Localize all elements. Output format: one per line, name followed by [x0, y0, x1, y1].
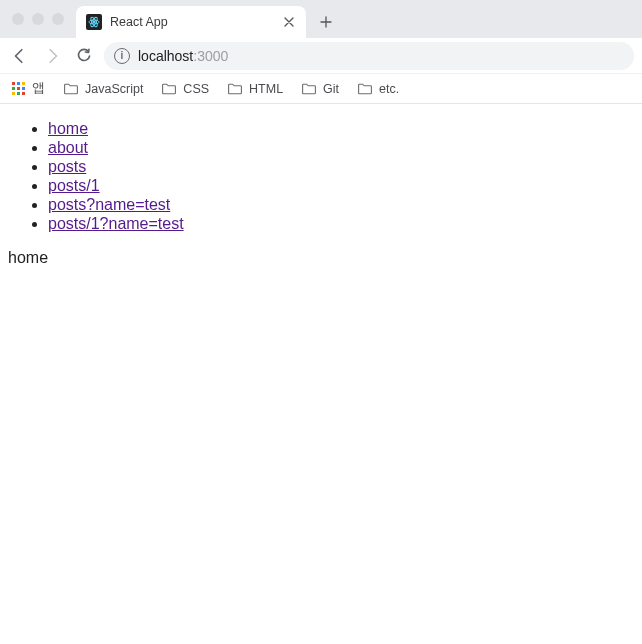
address-bar[interactable]: i localhost:3000: [104, 42, 634, 70]
page-content: homeaboutpostsposts/1posts?name=testpost…: [0, 104, 642, 275]
apps-label: 앱: [32, 80, 45, 97]
bookmarks-bar: 앱 JavaScriptCSSHTMLGitetc.: [0, 74, 642, 104]
svg-point-1: [93, 21, 95, 23]
nav-link[interactable]: posts/1: [48, 177, 100, 194]
site-info-icon[interactable]: i: [114, 48, 130, 64]
nav-link[interactable]: posts/1?name=test: [48, 215, 184, 232]
list-item: home: [48, 120, 634, 138]
tab-strip: React App: [76, 0, 642, 38]
apps-shortcut[interactable]: 앱: [12, 80, 45, 97]
nav-link-list: homeaboutpostsposts/1posts?name=testpost…: [8, 120, 634, 233]
nav-link[interactable]: home: [48, 120, 88, 137]
window-controls: [0, 0, 76, 38]
tab-title: React App: [110, 15, 274, 29]
browser-toolbar: i localhost:3000: [0, 38, 642, 74]
close-window-icon[interactable]: [12, 13, 24, 25]
bookmark-label: HTML: [249, 82, 283, 96]
close-tab-icon[interactable]: [282, 15, 296, 29]
nav-link[interactable]: posts?name=test: [48, 196, 170, 213]
list-item: posts?name=test: [48, 196, 634, 214]
bookmark-folder[interactable]: HTML: [227, 81, 283, 97]
folder-icon: [357, 81, 373, 97]
folder-icon: [301, 81, 317, 97]
maximize-window-icon[interactable]: [52, 13, 64, 25]
list-item: posts/1?name=test: [48, 215, 634, 233]
bookmark-label: CSS: [183, 82, 209, 96]
list-item: about: [48, 139, 634, 157]
bookmark-label: JavaScript: [85, 82, 143, 96]
tab-react-app[interactable]: React App: [76, 6, 306, 38]
folder-icon: [227, 81, 243, 97]
list-item: posts: [48, 158, 634, 176]
address-host: localhost:3000: [138, 48, 228, 64]
nav-link[interactable]: about: [48, 139, 88, 156]
back-button[interactable]: [8, 44, 32, 68]
current-route-text: home: [8, 249, 634, 267]
folder-icon: [63, 81, 79, 97]
bookmark-label: etc.: [379, 82, 399, 96]
bookmark-folder[interactable]: CSS: [161, 81, 209, 97]
react-favicon: [86, 14, 102, 30]
nav-link[interactable]: posts: [48, 158, 86, 175]
list-item: posts/1: [48, 177, 634, 195]
forward-button[interactable]: [40, 44, 64, 68]
bookmark-folder[interactable]: etc.: [357, 81, 399, 97]
bookmark-label: Git: [323, 82, 339, 96]
bookmark-folder[interactable]: Git: [301, 81, 339, 97]
browser-tab-strip: React App: [0, 0, 642, 38]
apps-grid-icon: [12, 82, 26, 96]
folder-icon: [161, 81, 177, 97]
reload-button[interactable]: [72, 44, 96, 68]
bookmark-folder[interactable]: JavaScript: [63, 81, 143, 97]
minimize-window-icon[interactable]: [32, 13, 44, 25]
new-tab-button[interactable]: [312, 8, 340, 36]
